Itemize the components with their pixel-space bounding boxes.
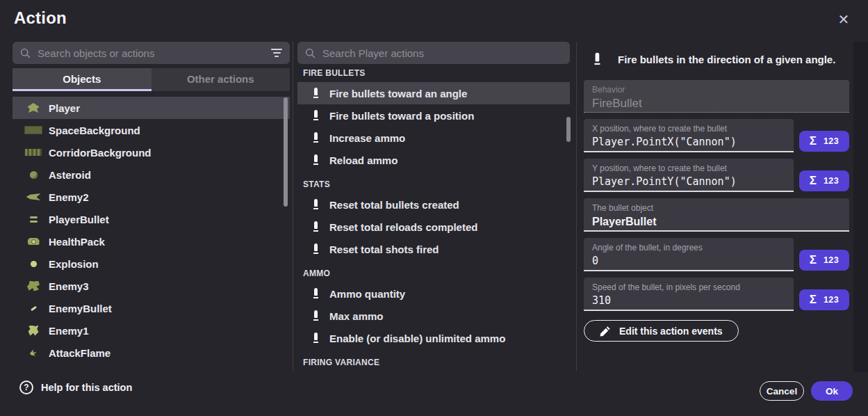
object-search-input[interactable] — [38, 47, 264, 59]
parameter-field-row: Behavior FireBullet — [584, 80, 849, 113]
close-button[interactable]: ✕ — [833, 8, 855, 31]
bullet-icon — [309, 132, 324, 143]
parameter-field-value: 310 — [592, 294, 785, 307]
actions-scrollbar-thumb[interactable] — [566, 117, 571, 142]
action-label: Fire bullets toward a position — [329, 110, 474, 122]
expression-editor-button[interactable]: Σ 123 — [799, 250, 849, 271]
object-row[interactable]: HealthPack — [13, 230, 290, 253]
parameter-field-label: Angle of the bullet, in degrees — [592, 243, 785, 253]
enemy-bullet-sprite-icon — [24, 302, 43, 314]
object-label: Enemy1 — [49, 325, 89, 337]
parameter-fields: Behavior FireBullet X position, where to… — [584, 80, 849, 311]
action-row[interactable]: Increase ammo — [297, 127, 570, 149]
enemy3-sprite-icon — [24, 280, 43, 292]
object-row[interactable]: Enemy3 — [13, 275, 290, 297]
parameter-field[interactable]: Speed of the bullet, in pixels per secon… — [584, 278, 794, 311]
parameter-field-row: The bullet object PlayerBullet — [584, 198, 849, 232]
numbers-123-icon: 123 — [824, 176, 839, 186]
object-row[interactable]: Asteroid — [13, 163, 290, 186]
action-label: Reset total bullets created — [329, 199, 459, 211]
filter-icon[interactable] — [270, 49, 283, 57]
search-icon — [304, 47, 316, 59]
parameter-field-row: Angle of the bullet, in degrees 0 Σ 123 — [584, 238, 849, 271]
expression-editor-button[interactable]: Σ 123 — [799, 170, 849, 191]
objects-scrollbar-thumb[interactable] — [284, 97, 288, 207]
help-button[interactable]: ? Help for this action — [19, 381, 132, 394]
parameter-field-value: Player.PointY("Cannon") — [592, 175, 785, 189]
numbers-123-icon: 123 — [824, 136, 839, 146]
action-row[interactable]: Ammo quantity — [297, 282, 570, 305]
parameter-field[interactable]: Y position, where to create the bullet P… — [584, 159, 794, 192]
close-icon: ✕ — [838, 12, 850, 27]
parameter-field-label: Y position, where to create the bullet — [592, 163, 785, 173]
parameter-field[interactable]: The bullet object PlayerBullet — [584, 198, 849, 232]
parameter-field-label: Speed of the bullet, in pixels per secon… — [592, 282, 785, 292]
object-row[interactable]: Explosion — [13, 253, 290, 275]
object-label: CorridorBackground — [49, 147, 152, 159]
object-row[interactable]: Player — [13, 97, 290, 119]
player-bullet-sprite-icon — [24, 213, 43, 225]
right-scroll-gutter — [853, 42, 868, 372]
bullet-icon — [309, 88, 324, 99]
action-row[interactable]: Reset total reloads completed — [297, 216, 570, 238]
action-label: Enable (or disable) unlimited ammo — [329, 333, 505, 344]
parameter-field[interactable]: Behavior FireBullet — [584, 80, 849, 113]
object-label: EnemyBullet — [49, 303, 112, 314]
object-label: Enemy3 — [49, 280, 89, 292]
bullet-icon — [309, 310, 324, 321]
search-icon — [19, 47, 31, 59]
object-tabs: Objects Other actions — [13, 68, 290, 91]
object-label: Enemy2 — [49, 191, 89, 203]
action-search-input[interactable] — [322, 47, 563, 59]
action-row[interactable]: Max ammo — [297, 305, 570, 327]
object-label: Asteroid — [49, 169, 91, 181]
tab-other-actions[interactable]: Other actions — [152, 68, 290, 91]
object-row[interactable]: AttackFlame — [13, 342, 290, 364]
parameter-field[interactable]: Angle of the bullet, in degrees 0 — [584, 238, 794, 271]
parameter-field-label: Behavior — [592, 85, 841, 95]
action-row[interactable]: Reset total shots fired — [297, 238, 570, 260]
sigma-icon: Σ — [810, 134, 817, 148]
expression-editor-button[interactable]: Σ 123 — [799, 131, 849, 152]
object-row[interactable]: EnemyBullet — [13, 297, 290, 319]
object-label: SpaceBackground — [49, 125, 140, 136]
bullet-icon — [589, 53, 606, 65]
object-list: Player SpaceBackground CorridorBackgroun… — [13, 97, 290, 364]
action-label: Reset total reloads completed — [329, 221, 477, 233]
explosion-sprite-icon — [24, 257, 43, 270]
action-row[interactable]: Reload ammo — [297, 149, 570, 171]
object-label: AttackFlame — [49, 347, 110, 359]
expression-editor-button[interactable]: Σ 123 — [799, 289, 849, 310]
action-row[interactable]: Enable (or disable) unlimited ammo — [297, 327, 570, 349]
parameter-field[interactable]: X position, where to create the bullet P… — [584, 119, 794, 152]
action-row[interactable]: Fire bullets toward an angle — [297, 82, 570, 104]
bullet-icon — [309, 110, 324, 121]
pencil-icon — [600, 326, 611, 337]
bullet-icon — [309, 221, 324, 232]
sigma-icon: Σ — [810, 174, 817, 188]
object-row[interactable]: PlayerBullet — [13, 208, 290, 230]
object-row[interactable]: SpaceBackground — [13, 119, 290, 141]
cancel-button[interactable]: Cancel — [760, 381, 804, 401]
dialog-title: Action — [14, 8, 67, 28]
ok-button[interactable]: Ok — [811, 381, 853, 401]
parameter-field-value: 0 — [592, 255, 785, 268]
help-icon: ? — [19, 381, 33, 394]
object-row[interactable]: Enemy2 — [13, 186, 290, 208]
edit-action-events-button[interactable]: Edit this action events — [584, 320, 739, 342]
action-row[interactable]: Fire bullets toward a position — [297, 104, 570, 127]
parameter-field-row: Y position, where to create the bullet P… — [584, 159, 849, 192]
attack-flame-sprite-icon — [24, 346, 43, 359]
action-row[interactable]: Reset total bullets created — [297, 193, 570, 216]
object-row[interactable]: Enemy1 — [13, 319, 290, 342]
bullet-icon — [309, 243, 324, 255]
object-row[interactable]: CorridorBackground — [13, 141, 290, 163]
object-label: Explosion — [49, 258, 99, 270]
action-label: Max ammo — [329, 310, 384, 322]
tab-objects[interactable]: Objects — [13, 68, 152, 91]
help-label: Help for this action — [41, 382, 132, 393]
parameter-field-row: X position, where to create the bullet P… — [584, 119, 849, 152]
actions-panel: FIRE BULLETS Fire bullets toward an angl… — [297, 42, 570, 362]
object-label: PlayerBullet — [49, 214, 109, 225]
action-group-title: FIRE BULLETS — [297, 67, 570, 82]
